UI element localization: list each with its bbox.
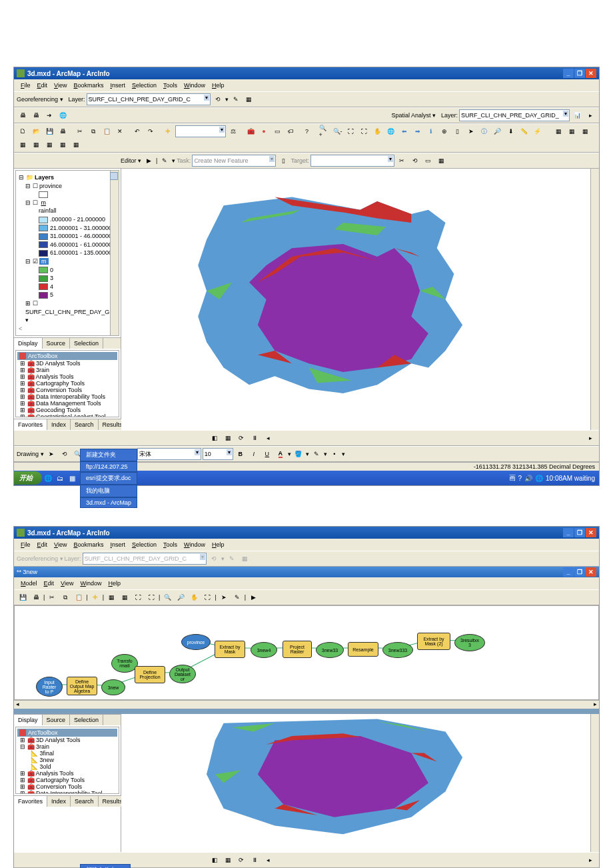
cut-icon[interactable]: ✂ (46, 591, 58, 603)
rotate-icon[interactable]: ⟲ (208, 553, 220, 565)
model-node[interactable]: OutputDatasetor (169, 665, 196, 683)
model-node[interactable]: Extract byMask (2) (417, 633, 450, 650)
editor-menu[interactable]: Editor ▾ (121, 157, 141, 164)
model-close-button[interactable]: ✕ (586, 567, 596, 577)
target-dropdown[interactable] (310, 155, 394, 167)
edit-arrow-icon[interactable]: ▶ (143, 155, 155, 167)
toolbox-item[interactable]: 📐 3new (17, 757, 117, 763)
table-icon[interactable]: ▦ (239, 553, 251, 565)
toolbox-item[interactable]: ⊞ 🧰 Data Interoperability Tool (17, 790, 117, 794)
menu-file[interactable]: File (18, 81, 33, 90)
pan-icon[interactable]: ✋ (372, 125, 384, 137)
menu-bookmarks[interactable]: Bookmarks (71, 81, 106, 90)
model-node[interactable]: 3new4 (251, 642, 277, 658)
menu-window[interactable]: Window (181, 81, 208, 90)
layout2-icon[interactable]: ▦ (566, 125, 578, 137)
model-node[interactable]: province (181, 634, 211, 650)
model-node[interactable]: 3new333 (382, 642, 413, 658)
globe2-icon[interactable]: 🌐 (385, 125, 397, 137)
h-icon[interactable]: ◂ (262, 432, 274, 444)
menu-edit[interactable]: Edit (41, 579, 57, 588)
zoom-out-icon[interactable]: 🔎 (175, 591, 187, 603)
menu-view[interactable]: View (58, 579, 76, 588)
layout7-icon[interactable]: ▦ (57, 139, 69, 151)
split-icon[interactable]: ▯ (277, 155, 289, 167)
arctoolbox-panel[interactable]: ArcToolbox ⊞ 🧰 3D Analyst Tools⊞ 🧰 3rain… (15, 350, 119, 417)
layout2-icon[interactable]: ▦ (119, 591, 131, 603)
model-node[interactable]: Resample (348, 642, 378, 657)
save-icon[interactable]: 💾 (43, 125, 55, 137)
model-minimize-button[interactable]: _ (563, 567, 574, 577)
toolbox-item[interactable]: ⊞ 🧰 Conversion Tools (17, 783, 117, 790)
link-icon[interactable]: ✎ (230, 93, 242, 105)
hyperlink-icon[interactable]: ⚡ (532, 125, 544, 137)
menu-edit[interactable]: Edit (35, 540, 51, 549)
find-icon[interactable]: 🔎 (492, 125, 504, 137)
close-button[interactable]: ✕ (586, 69, 596, 78)
taskbar-item[interactable]: 新建文件夹 (80, 449, 137, 461)
pointer-icon[interactable]: ➤ (465, 125, 477, 137)
toolbox-tabs[interactable]: FavoritesIndexSearchResults (14, 795, 121, 807)
layout1-icon[interactable]: ▦ (553, 125, 565, 137)
paste-icon[interactable]: 📋 (101, 125, 113, 137)
minimize-button[interactable]: _ (563, 69, 574, 78)
menu-selection[interactable]: Selection (129, 81, 159, 90)
pause-icon[interactable]: ⏸ (249, 854, 261, 866)
maximize-button[interactable]: ❐ (574, 528, 585, 537)
menu-window[interactable]: Window (181, 540, 208, 549)
tab-index[interactable]: Index (47, 419, 71, 430)
forward-icon[interactable]: ➡ (412, 125, 424, 137)
tab-index[interactable]: Index (47, 796, 71, 807)
taskbar-item[interactable]: ftp://124.207.25 (80, 461, 137, 472)
model-node[interactable]: DefineProjection (135, 666, 165, 683)
model-node[interactable]: 3new33 (316, 642, 344, 658)
maximize-button[interactable]: ❐ (574, 69, 585, 78)
fill-color-icon[interactable]: 🪣 (293, 448, 305, 460)
layout-view-icon[interactable]: ▦ (222, 432, 234, 444)
tab-selection[interactable]: Selection (70, 715, 103, 725)
tray-sound-icon[interactable]: 🔊 (524, 475, 532, 482)
info-icon[interactable]: ℹ (425, 125, 437, 137)
tray-help-icon[interactable]: ? (518, 475, 522, 482)
link-icon[interactable]: ✎ (226, 553, 238, 565)
tray-lang-icon[interactable]: 画 (509, 473, 516, 483)
flag-icon[interactable]: ▸ (584, 109, 596, 121)
spatial-analyst-menu[interactable]: Spatial Analyst ▾ (391, 112, 436, 119)
model-canvas[interactable]: InputRasterto PDefineOutput MapAlgebra3n… (14, 605, 599, 700)
full-icon[interactable]: ⛶ (201, 591, 213, 603)
t2-icon[interactable]: ⟲ (409, 155, 421, 167)
globe-icon[interactable]: 🌐 (57, 109, 69, 121)
tab-favorites[interactable]: Favorites (14, 419, 47, 430)
fullext2-icon[interactable]: ⛶ (145, 591, 157, 603)
layout-icon[interactable]: ▦ (105, 591, 117, 603)
toolbox-item[interactable]: ⊞ 🧰 Analysis Tools (17, 770, 117, 777)
toolbox-item[interactable]: ⊞ 🧰 Data Management Tools (17, 400, 117, 407)
minimize-button[interactable]: _ (563, 528, 574, 537)
menu-file[interactable]: File (18, 540, 33, 549)
toolbox-item[interactable]: ⊞ 🧰 Analysis Tools (17, 373, 117, 380)
font-size-dropdown[interactable]: 10 (203, 448, 233, 460)
toolbox-icon[interactable]: 🧰 (245, 125, 257, 137)
model-node[interactable]: InputRasterto P (36, 677, 63, 697)
toolbox-item[interactable]: ⊞ 🧰 3D Analyst Tools (17, 737, 117, 743)
tab-search[interactable]: Search (71, 419, 99, 430)
select-icon[interactable]: ▯ (452, 125, 464, 137)
scale-dropdown[interactable] (175, 125, 226, 137)
map-vscrollbar[interactable] (590, 169, 599, 430)
model-node[interactable]: ProjectRaster (283, 641, 312, 658)
menu-help[interactable]: Help (209, 540, 227, 549)
rotate-icon[interactable]: ⟲ (212, 93, 224, 105)
tab-favorites[interactable]: Favorites (14, 796, 47, 807)
xy-icon[interactable]: ⊕ (438, 125, 450, 137)
close-button[interactable]: ✕ (586, 528, 596, 537)
pointer2-icon[interactable]: ➤ (45, 448, 57, 460)
print-icon[interactable]: 🖶 (30, 591, 42, 603)
data-view-icon[interactable]: ◧ (209, 854, 221, 866)
cut-icon[interactable]: ✂ (74, 125, 86, 137)
italic-icon[interactable]: I (248, 448, 260, 460)
run-icon[interactable]: ▶ (247, 591, 259, 603)
pencil-icon[interactable]: ✎ (159, 155, 171, 167)
arrow-icon[interactable]: ➜ (43, 109, 55, 121)
layout8-icon[interactable]: ▦ (70, 139, 82, 151)
scale-icon[interactable]: ⚖ (227, 125, 239, 137)
